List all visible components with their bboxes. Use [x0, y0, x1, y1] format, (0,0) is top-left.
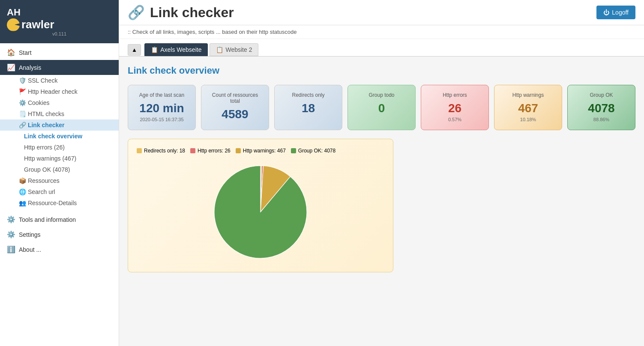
stat-card-warnings: Http warnings 467 10.18%: [494, 85, 562, 130]
nav-about[interactable]: ℹ️ About ...: [0, 242, 119, 257]
nav-link-check-overview[interactable]: Link check overview: [0, 131, 119, 142]
chart-area: Redirects only: 18 Http errors: 26 Http …: [128, 139, 393, 272]
stat-ok-label: Group OK: [576, 92, 626, 98]
tab-up-button[interactable]: ▲: [128, 44, 141, 56]
legend-warnings-label: Http warnings: 467: [243, 148, 286, 154]
stat-ok-sub: 88.86%: [576, 117, 626, 122]
chart-legend: Redirects only: 18 Http errors: 26 Http …: [137, 148, 384, 154]
flag-icon: 🚩: [19, 88, 28, 95]
home-icon: 🏠: [7, 48, 15, 57]
nav-start[interactable]: 🏠 Start: [0, 45, 119, 60]
nav-group-ok[interactable]: Group OK (4078): [0, 164, 119, 175]
nav-search-url[interactable]: 🌐 Search url: [0, 186, 119, 197]
page-title: Link checker: [150, 5, 234, 21]
stat-ok-value: 4078: [576, 101, 626, 115]
stat-total-label: Count of ressources total: [210, 92, 260, 104]
nav-about-label: About ...: [19, 246, 41, 253]
stat-card-errors: Http errors 26 0.57%: [421, 85, 489, 130]
nav-ssl-check-label: SSL Check: [28, 77, 58, 84]
nav-analysis[interactable]: 📈 Analysis: [0, 60, 119, 75]
legend-dot-errors: [190, 148, 195, 153]
legend-warnings: Http warnings: 467: [236, 148, 286, 154]
nav-group-ok-label: Group OK (4078): [24, 166, 70, 173]
nav-http-errors[interactable]: Http errors (26): [0, 142, 119, 153]
legend-redirects-label: Redirects only: 18: [144, 148, 185, 154]
nav-cookies[interactable]: ⚙️ Cookies: [0, 97, 119, 108]
stat-age-label: Age of the last scan: [137, 92, 187, 98]
tabs-area: ▲ 📋 Axels Webseite 📋 Website 2: [119, 39, 644, 57]
power-icon: ⏻: [603, 9, 609, 16]
logo-initials: AH: [7, 7, 21, 18]
nav-settings-label: Settings: [19, 231, 41, 238]
tab-website2-label: Website 2: [225, 46, 252, 53]
nav-html-checks[interactable]: 🗒️ HTML checks: [0, 108, 119, 119]
analysis-icon: 📈: [7, 63, 15, 72]
legend-errors: Http errors: 26: [190, 148, 231, 154]
logoff-label: Logoff: [612, 9, 629, 16]
nav-search-url-label: Search url: [28, 188, 55, 195]
nav-tools[interactable]: ⚙️ Tools and information: [0, 212, 119, 227]
subtitle: :: Check of all links, images, scripts .…: [119, 25, 644, 39]
page-title-area: 🔗 Link checker: [128, 4, 234, 21]
stat-age-sub: 2020-05-15 16:37:35: [137, 117, 187, 122]
nav-ssl-check[interactable]: 🛡️ SSL Check: [0, 75, 119, 86]
content-area: Link check overview Age of the last scan…: [119, 57, 644, 346]
tab-axels-webseite[interactable]: 📋 Axels Webseite: [144, 43, 208, 56]
legend-dot-ok: [291, 148, 296, 153]
logoff-button[interactable]: ⏻ Logoff: [596, 6, 635, 19]
nav-tools-label: Tools and information: [19, 216, 76, 223]
stat-warnings-sub: 10.18%: [503, 117, 553, 122]
nav-ressources[interactable]: 📦 Ressources: [0, 175, 119, 186]
nav-section-start: 🏠 Start 📈 Analysis 🛡️ SSL Check 🚩 Http H…: [0, 43, 119, 210]
legend-ok-label: Group OK: 4078: [298, 148, 335, 154]
topbar: 🔗 Link checker ⏻ Logoff: [119, 0, 644, 25]
tools-icon: ⚙️: [7, 215, 15, 224]
pie-slice-group-ok: [214, 166, 307, 258]
settings-icon: ⚙️: [7, 230, 15, 239]
tab-icon-1: 📋: [151, 46, 158, 53]
tab-website-2[interactable]: 📋 Website 2: [210, 43, 258, 56]
nav-http-warnings-label: Http warnings (467): [24, 155, 76, 162]
stat-card-ok: Group OK 4078 88.86%: [567, 85, 635, 130]
nav-ressource-details-label: Ressource-Details: [28, 200, 77, 206]
pacman-icon: [7, 18, 20, 31]
ressources-icon: 📦: [19, 177, 28, 184]
stat-todo-label: Group todo: [356, 92, 407, 98]
logo-version: v0.111: [52, 31, 66, 36]
subtitle-text: :: Check of all links, images, scripts .…: [128, 29, 297, 35]
logo-crawler-text: rawler: [21, 18, 54, 31]
tab-icon-2: 📋: [216, 46, 223, 53]
legend-errors-label: Http errors: 26: [198, 148, 231, 154]
stat-card-age: Age of the last scan 120 min 2020-05-15 …: [128, 85, 196, 130]
info-icon: ℹ️: [7, 245, 15, 254]
nav-ressources-label: Ressources: [28, 177, 60, 184]
nav-link-checker[interactable]: 🔗 Link checker: [0, 119, 119, 131]
legend-dot-redirects: [137, 148, 142, 153]
nav-http-errors-label: Http errors (26): [24, 144, 65, 151]
legend-dot-warnings: [236, 148, 241, 153]
nav-start-label: Start: [19, 49, 32, 56]
stat-card-redirects: Redirects only 18: [274, 85, 342, 130]
legend-redirects: Redirects only: 18: [137, 148, 185, 154]
main-content: 🔗 Link checker ⏻ Logoff :: Check of all …: [119, 0, 644, 346]
nav-ressource-details[interactable]: 👥 Ressource-Details: [0, 197, 119, 209]
stat-card-total: Count of ressources total 4589: [201, 85, 269, 130]
tab-axels-label: Axels Webseite: [160, 46, 201, 53]
nav-http-header-label: Http Header check: [28, 88, 78, 95]
nav-cookies-label: Cookies: [28, 99, 50, 106]
legend-ok: Group OK: 4078: [291, 148, 335, 154]
link-icon: 🔗: [19, 122, 28, 128]
pie-chart-container: [137, 161, 384, 263]
nav-html-checks-label: HTML checks: [28, 110, 64, 117]
nav-http-header[interactable]: 🚩 Http Header check: [0, 86, 119, 97]
stat-cards: Age of the last scan 120 min 2020-05-15 …: [128, 85, 635, 130]
nav-http-warnings[interactable]: Http warnings (467): [0, 153, 119, 164]
section-title: Link check overview: [128, 65, 635, 76]
stat-card-todo: Group todo 0: [347, 85, 416, 130]
nav-settings[interactable]: ⚙️ Settings: [0, 227, 119, 242]
stat-warnings-value: 467: [503, 101, 553, 115]
stat-redirects-label: Redirects only: [283, 92, 333, 98]
nav-link-check-overview-label: Link check overview: [24, 133, 82, 140]
stat-todo-value: 0: [356, 101, 407, 115]
html-icon: 🗒️: [19, 110, 28, 117]
